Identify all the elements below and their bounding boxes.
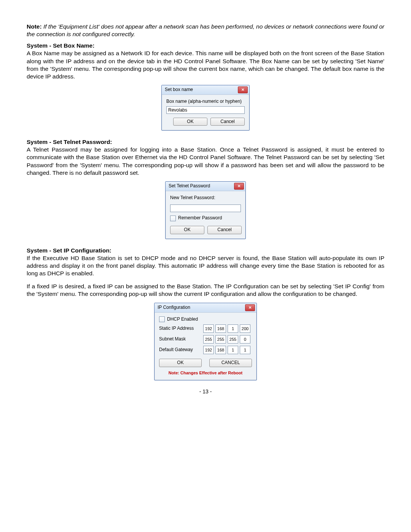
para-set-ip-config-1: If the Executive HD Base Station is set … (27, 254, 384, 277)
dialog-title: Set Telnet Password (169, 183, 210, 189)
close-icon[interactable]: ✕ (245, 304, 255, 311)
static-ip-octet-1[interactable] (203, 324, 214, 333)
close-icon[interactable]: ✕ (234, 183, 244, 190)
subnet-octet-4[interactable] (240, 335, 250, 343)
static-ip-octet-2[interactable] (215, 324, 226, 333)
box-name-label: Box name (alpha-numeric or hyphen) (166, 99, 245, 105)
dialog-ip-configuration: IP Configuration ✕ DHCP Enabled Static I… (154, 303, 257, 380)
ok-button[interactable]: OK (170, 226, 204, 234)
para-set-ip-config-2: If a fixed IP is desired, a fixed IP can… (27, 283, 384, 298)
ok-button[interactable]: OK (173, 118, 207, 126)
titlebar: Set box name ✕ (162, 85, 249, 95)
cancel-button[interactable]: Cancel (210, 118, 245, 126)
password-input[interactable] (170, 204, 241, 212)
dialog-set-box-name: Set box name ✕ Box name (alpha-numeric o… (161, 85, 250, 131)
reboot-note: Note: Changes Effective after Reboot (159, 370, 252, 375)
gateway-label: Default Gateway (159, 347, 200, 353)
note-label: Note: (27, 23, 42, 30)
dialog-set-telnet-password: Set Telnet Password ✕ New Telnet Passwor… (165, 181, 246, 239)
gateway-octet-2[interactable] (215, 346, 226, 354)
intro-note: Note: If the 'Equipment List' does not a… (27, 23, 384, 38)
box-name-input[interactable] (166, 106, 245, 114)
dhcp-enabled-label: DHCP Enabled (167, 316, 198, 323)
gateway-octet-4[interactable] (240, 346, 250, 354)
dialog-title: Set box name (165, 87, 193, 93)
titlebar: Set Telnet Password ✕ (166, 182, 245, 191)
titlebar: IP Configuration ✕ (155, 303, 256, 313)
heading-set-telnet-password: System - Set Telnet Password: (27, 138, 384, 146)
ok-button[interactable]: OK (159, 359, 202, 367)
heading-set-ip-config: System - Set IP Configuration: (27, 247, 384, 254)
static-ip-octet-3[interactable] (228, 324, 238, 333)
static-ip-octet-4[interactable] (240, 324, 250, 333)
remember-password-checkbox[interactable] (170, 216, 176, 221)
gateway-octet-3[interactable] (228, 346, 238, 354)
gateway-octet-1[interactable] (203, 346, 214, 354)
dialog-title: IP Configuration (158, 305, 190, 311)
static-ip-label: Static IP Address (159, 326, 200, 332)
subnet-octet-3[interactable] (228, 335, 238, 343)
close-icon[interactable]: ✕ (238, 86, 248, 93)
page-number: - 13 - (27, 388, 384, 395)
remember-password-label: Remember Password (178, 215, 222, 221)
cancel-button[interactable]: CANCEL (209, 359, 252, 367)
subnet-octet-1[interactable] (203, 335, 214, 343)
note-text: If the 'Equipment List' does not appear … (27, 23, 384, 37)
subnet-octet-2[interactable] (215, 335, 226, 343)
para-set-box-name: A Box Name may be assigned as a Network … (27, 50, 384, 80)
heading-set-box-name: System - Set Box Name: (27, 42, 384, 50)
cancel-button[interactable]: Cancel (207, 226, 242, 234)
dhcp-enabled-checkbox[interactable] (159, 316, 165, 322)
para-set-telnet-password: A Telnet Password may be assigned for lo… (27, 146, 384, 177)
subnet-mask-label: Subnet Mask (159, 336, 200, 342)
password-label: New Telnet Password: (170, 195, 241, 201)
